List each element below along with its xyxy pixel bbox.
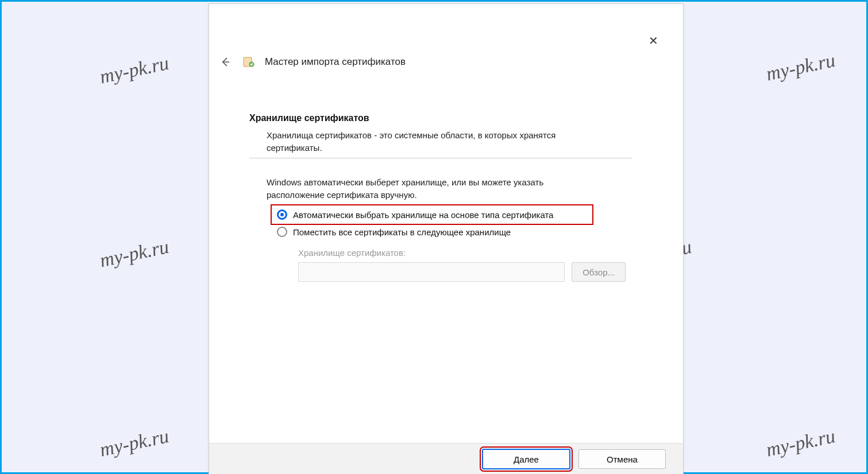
wizard-title: Мастер импорта сертификатов bbox=[265, 56, 406, 68]
watermark: my-pk.ru bbox=[764, 49, 837, 85]
section-title: Хранилище сертификатов bbox=[249, 113, 369, 123]
option-manual-store[interactable]: Поместить все сертификаты в следующее хр… bbox=[272, 223, 631, 240]
watermark: my-pk.ru bbox=[98, 52, 171, 88]
wizard-footer: Далее Отмена bbox=[209, 443, 683, 474]
arrow-left-icon bbox=[219, 56, 231, 68]
option-label: Поместить все сертификаты в следующее хр… bbox=[293, 227, 511, 237]
app-frame: my-pk.ru my-pk.ru my-pk.ru my-pk.ru my-p… bbox=[0, 0, 868, 474]
cancel-button[interactable]: Отмена bbox=[578, 449, 666, 469]
watermark: my-pk.ru bbox=[764, 425, 837, 461]
browse-button: Обзор... bbox=[572, 262, 626, 282]
close-icon: ✕ bbox=[649, 34, 658, 48]
close-button[interactable]: ✕ bbox=[645, 33, 661, 49]
back-button[interactable] bbox=[218, 55, 233, 69]
store-field-label: Хранилище сертификатов: bbox=[298, 248, 406, 258]
radio-icon bbox=[277, 209, 287, 220]
radio-icon bbox=[277, 227, 287, 237]
store-hint: Windows автоматически выберет хранилище,… bbox=[267, 176, 588, 201]
watermark: my-pk.ru bbox=[98, 425, 171, 461]
store-options: Автоматически выбрать хранилище на основ… bbox=[272, 206, 631, 240]
section-description: Хранилища сертификатов - это системные о… bbox=[267, 129, 588, 154]
certificate-import-wizard: ✕ Мастер импорта сертификатов Хранилище … bbox=[209, 3, 684, 474]
certificate-store-input bbox=[298, 262, 565, 282]
store-row: Обзор... bbox=[298, 262, 626, 282]
option-auto-select-store[interactable]: Автоматически выбрать хранилище на основ… bbox=[272, 206, 592, 223]
option-label: Автоматически выбрать хранилище на основ… bbox=[293, 210, 553, 220]
next-button[interactable]: Далее bbox=[482, 449, 570, 469]
divider bbox=[249, 158, 632, 158]
watermark: my-pk.ru bbox=[98, 236, 171, 271]
certificate-icon bbox=[242, 55, 256, 69]
wizard-header: Мастер импорта сертификатов bbox=[218, 55, 406, 69]
